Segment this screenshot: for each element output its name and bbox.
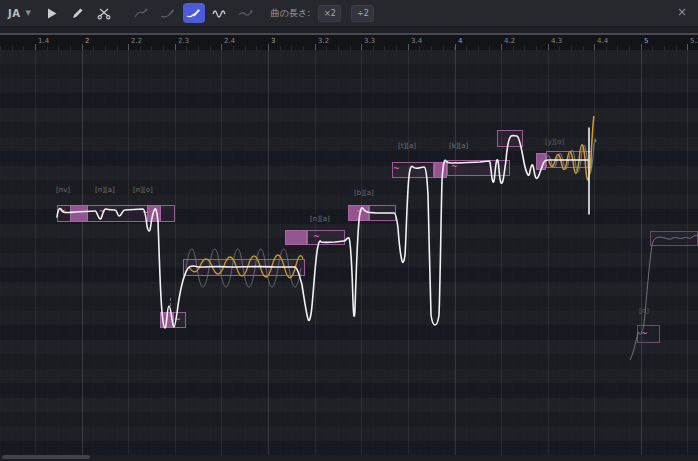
play-icon[interactable] [41,3,63,23]
ruler-label: 4.4 [597,37,608,45]
length-multiply-button[interactable]: ×2 [318,5,341,22]
note[interactable] [369,205,396,221]
vibrato-tool-icon[interactable] [209,3,231,23]
note[interactable] [307,230,345,245]
note[interactable] [285,230,307,245]
note[interactable] [497,130,523,147]
toolbar: JA ▼ [0,0,698,27]
piano-roll-grid[interactable] [0,50,698,455]
beat-gridline [315,50,316,455]
ruler-label: 4.3 [551,37,562,45]
pitch-draw-tool-icon[interactable] [183,3,205,23]
ruler-label: 3 [271,37,275,45]
note[interactable] [447,160,510,176]
beat-gridline [548,50,549,455]
horizontal-scrollbar-thumb[interactable] [2,455,90,459]
language-selector[interactable]: JA [8,8,20,19]
ruler-label: 5.2 [690,37,698,45]
ruler-label: 1.4 [38,37,49,45]
beat-gridline [594,50,595,455]
ruler-label: 3.4 [411,37,422,45]
beat-gridline [408,50,409,455]
ruler-label: 4 [458,37,462,45]
beat-gridline [687,50,688,455]
note[interactable] [650,231,698,246]
close-icon[interactable]: × [674,4,690,20]
note[interactable] [348,205,369,221]
beat-gridline [361,50,362,455]
note[interactable] [434,162,447,178]
guide-dotted-line [170,298,172,311]
ruler-label: 2 [85,37,89,45]
measure-gridline [455,50,456,455]
ruler-label: 2.4 [224,37,235,45]
pencil-icon[interactable] [67,3,89,23]
note[interactable] [160,312,174,328]
note[interactable] [70,205,88,222]
pitch-editor-window: JA ▼ [0,0,698,461]
pitch-line-tool-icon[interactable] [131,3,153,23]
note[interactable] [147,205,161,222]
note[interactable] [637,325,660,343]
ruler-label: 3.2 [318,37,329,45]
ruler-label: 2.3 [178,37,189,45]
length-divide-button[interactable]: ÷2 [351,5,374,22]
measure-gridline [82,50,83,455]
note[interactable] [392,162,434,178]
measure-gridline [641,50,642,455]
beat-gridline [35,50,36,455]
note[interactable] [183,259,305,276]
smooth-tool-icon[interactable] [235,3,257,23]
ruler-label: 2.2 [131,37,142,45]
song-length-label: 曲の長さ: [271,7,310,20]
pitch-anchor-tool-icon[interactable] [157,3,179,23]
scissors-icon[interactable] [93,3,115,23]
chevron-down-icon[interactable]: ▼ [25,9,30,17]
beat-gridline [175,50,176,455]
note[interactable] [536,153,546,170]
ruler-label: 3.3 [364,37,375,45]
beat-gridline [501,50,502,455]
timeline-ruler[interactable]: 1.422.22.32.433.23.33.444.24.34.455.2 [0,35,698,50]
beat-gridline [221,50,222,455]
note[interactable] [546,151,592,168]
beat-gridline [128,50,129,455]
measure-gridline [268,50,269,455]
ruler-label: 5 [644,37,648,45]
ruler-label: 4.2 [504,37,515,45]
